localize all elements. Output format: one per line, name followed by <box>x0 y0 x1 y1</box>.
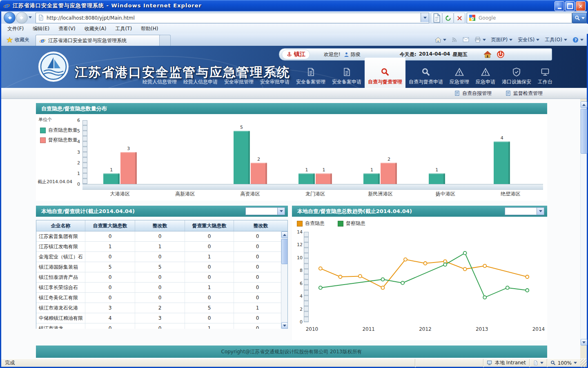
back-button[interactable] <box>4 12 16 24</box>
bar-self-check <box>234 131 250 184</box>
address-dropdown-button[interactable] <box>421 13 429 22</box>
tab-active[interactable]: e 江苏省港口安全监管与应急管理系统 <box>36 35 165 46</box>
table-cell: 0 <box>234 252 281 262</box>
maximize-button[interactable] <box>565 1 575 11</box>
table-row[interactable]: 金海宏业（镇江）石0010 <box>36 252 287 262</box>
table-cell: 0 <box>135 283 185 292</box>
table-row[interactable]: 江苏索普集团有限0000 <box>36 231 287 242</box>
subnav-item-label: 监督检查管理 <box>513 90 543 97</box>
home-button[interactable] <box>435 37 446 43</box>
scroll-up-button[interactable] <box>581 101 587 108</box>
nav-item-doc[interactable]: 安全审批申请 <box>257 58 293 88</box>
nav-item-search[interactable]: 自查与督查管理 <box>365 58 405 88</box>
safety-button[interactable]: 安全(S) <box>518 36 539 43</box>
bar-chart-cutoff-label: 截止2014.04.04 <box>38 179 72 185</box>
svg-text:e: e <box>40 38 45 44</box>
close-button[interactable]: ✕ <box>576 1 586 11</box>
read-mail-button[interactable] <box>463 37 469 42</box>
nav-item-shield[interactable]: 港口设施保安 <box>499 58 535 88</box>
bar-chart-baseline <box>82 184 543 190</box>
nav-item-warning[interactable]: 应急申请 <box>472 58 499 88</box>
menu-item[interactable]: 编辑(E) <box>28 24 54 34</box>
legend-label: 自查隐患 <box>305 220 325 227</box>
menu-item[interactable]: 帮助(H) <box>136 24 163 34</box>
table-filter-dropdown[interactable] <box>245 207 285 215</box>
page-footer: Copyright@江苏省交通规划设计院股份有限公司 2013版权所有 <box>36 346 547 358</box>
nav-item-monitor[interactable]: 工作台 <box>535 58 556 88</box>
table-row[interactable]: 中储粮镇江粮油有限4300 <box>36 313 287 323</box>
help-button[interactable]: ? <box>572 37 584 43</box>
compatibility-view-button[interactable] <box>431 13 442 23</box>
window-title: 江苏省港口安全监管与应急管理系统 - Windows Internet Expl… <box>13 2 202 9</box>
bar-supervise <box>316 173 332 184</box>
nav-item-doc[interactable]: 安全审批管理 <box>221 58 257 88</box>
nav-item-doc[interactable]: 安全备案申请 <box>329 58 365 88</box>
feeds-button[interactable] <box>452 37 457 43</box>
menu-bar: 文件(F)编辑(E)查看(V)收藏夹(A)工具(T)帮助(H) <box>1 24 588 34</box>
table-row[interactable]: 镇江市港龙石化港3251 <box>36 303 287 313</box>
bar-self-check <box>103 173 120 184</box>
ie-icon: e <box>3 2 10 9</box>
trend-plot <box>309 229 543 329</box>
nav-item-users[interactable]: 经营人信息申请 <box>180 58 221 88</box>
nav-item-users[interactable]: 经营人信息管理 <box>139 58 180 88</box>
search-input[interactable] <box>478 13 570 22</box>
table-row[interactable]: 镇江市港龙0010 <box>36 323 287 329</box>
menu-item[interactable]: 文件(F) <box>3 24 28 34</box>
table-row[interactable]: 镇江李长荣综合石0010 <box>36 283 287 293</box>
scroll-down-button[interactable] <box>581 339 587 346</box>
address-input[interactable] <box>46 13 419 22</box>
scroll-down-button[interactable] <box>281 322 287 329</box>
history-dropdown[interactable] <box>29 16 32 18</box>
menu-item[interactable]: 查看(V) <box>54 24 80 34</box>
dropdown-arrow-button[interactable] <box>537 208 544 215</box>
tools-button[interactable]: 工具(O) <box>545 36 567 43</box>
minimize-button[interactable] <box>555 1 564 11</box>
table-row[interactable]: 镇江港国际集装箱5500 <box>36 262 287 272</box>
table-scrollbar[interactable] <box>281 231 287 329</box>
stop-button[interactable] <box>454 13 465 23</box>
refresh-button[interactable] <box>442 13 454 23</box>
subnav-item[interactable]: 监督检查管理 <box>506 90 543 97</box>
bar-chart-ytick: 3 <box>69 150 80 155</box>
menu-item[interactable]: 工具(T) <box>111 24 136 34</box>
resize-grip[interactable] <box>580 359 587 367</box>
doc-icon <box>270 67 279 76</box>
logout-icon[interactable] <box>497 50 505 58</box>
scroll-up-button[interactable] <box>281 231 287 238</box>
zoom-control[interactable]: 100% <box>547 359 580 367</box>
forward-icon <box>19 15 25 21</box>
nav-item-doc[interactable]: 安全备案管理 <box>293 58 329 88</box>
statistics-table: 企业名称自查重大隐患数整改数督查重大隐患数整改数 江苏索普集团有限0000江苏镇… <box>36 220 288 329</box>
print-button[interactable] <box>474 37 486 43</box>
status-mode-button[interactable] <box>529 359 547 367</box>
table-body: 江苏索普集团有限0000江苏镇江发电有限1100金海宏业（镇江）石0010镇江港… <box>36 231 287 329</box>
svg-text:g: g <box>471 16 474 20</box>
nav-item-warning[interactable]: 应急管理 <box>446 58 472 88</box>
zoom-level: 100% <box>558 360 572 366</box>
bar-chart-ytick: 1 <box>69 171 80 176</box>
table-header-cell: 整改数 <box>135 220 185 231</box>
page-scrollbar[interactable] <box>580 101 587 346</box>
table-row[interactable]: 镇江恒泰沥青产品0000 <box>36 272 287 283</box>
subnav-item[interactable]: 自查自报管理 <box>454 90 492 97</box>
table-row[interactable]: 镇江奇美化工有限0000 <box>36 293 287 303</box>
scrollbar-thumb[interactable] <box>581 109 587 154</box>
nav-item-search[interactable]: 自查与督查申请 <box>405 58 446 88</box>
scrollbar-thumb[interactable] <box>281 239 287 264</box>
search-button[interactable] <box>572 13 587 23</box>
forward-button[interactable] <box>16 12 28 24</box>
table-row[interactable]: 江苏镇江发电有限1100 <box>36 242 287 252</box>
legend-label: 自查隐患数量 <box>48 127 78 134</box>
dropdown-arrow-button[interactable] <box>277 208 285 215</box>
page-button[interactable]: 页面(P) <box>491 36 513 43</box>
trend-filter-dropdown[interactable] <box>505 207 544 215</box>
menu-item[interactable]: 收藏夹(A) <box>80 24 111 34</box>
home-shortcut-icon[interactable] <box>483 50 492 58</box>
new-tab-button[interactable] <box>159 35 171 46</box>
favorites-button[interactable]: 收藏夹 <box>3 35 33 45</box>
table-header-cell: 督查重大隐患数 <box>185 220 234 231</box>
bar-value-label: 1 <box>103 167 120 173</box>
table-cell: 0 <box>85 252 135 262</box>
bar-value-label: 1 <box>316 167 332 173</box>
